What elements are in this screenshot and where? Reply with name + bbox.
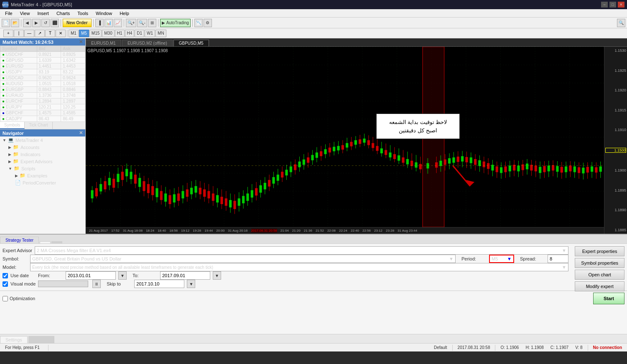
market-watch-row[interactable]: ● EURCHF1.28941.2897 — [0, 99, 85, 104]
period-btn-h4[interactable]: H4 — [125, 30, 135, 37]
tab-symbols[interactable]: Symbols — [0, 122, 25, 129]
market-watch-row[interactable]: ● EURAUD1.37361.3748 — [0, 93, 85, 99]
fit-button[interactable]: ⊞ — [148, 19, 156, 27]
navigator-close[interactable]: ✕ — [79, 130, 83, 136]
menu-item-file[interactable]: File — [2, 10, 16, 17]
new-order-button[interactable]: New Order — [63, 19, 92, 27]
skip-to-calendar-button[interactable]: ▼ — [187, 280, 195, 288]
from-input[interactable] — [66, 271, 116, 280]
menu-item-window[interactable]: Window — [92, 10, 115, 17]
start-button[interactable]: Start — [593, 293, 624, 304]
market-watch-row[interactable]: ● GBPUSD1.63391.6342 — [0, 58, 85, 63]
zoom-out-button[interactable]: 🔍- — [137, 19, 147, 27]
market-watch-row[interactable]: ● USDCHF0.89210.8925 — [0, 52, 85, 58]
period-btn-d1[interactable]: D1 — [135, 30, 144, 37]
nav-item-indicators[interactable]: ▶📁 Indicators — [0, 151, 85, 158]
symbol-properties-button[interactable]: Symbol properties — [575, 258, 624, 268]
indicators-button[interactable]: 📉 — [194, 19, 203, 27]
to-calendar-button[interactable]: ▼ — [213, 271, 221, 280]
window-controls[interactable]: – □ ✕ — [601, 2, 624, 8]
crosshair-tool[interactable]: + — [3, 30, 13, 37]
reload-button[interactable]: ↺ — [41, 19, 50, 27]
model-dropdown[interactable]: Every tick (the most precise method base… — [30, 263, 568, 271]
period-btn-m1[interactable]: M1 — [69, 30, 79, 37]
autotrading-button[interactable]: ▶ AutoTrading — [160, 19, 191, 27]
search-button[interactable]: 🔍 — [617, 19, 625, 27]
forward-button[interactable]: ▶ — [32, 19, 41, 27]
chart-type-bar[interactable]: ▐ — [95, 19, 104, 27]
market-watch-row[interactable]: ● EURGBP0.88430.8846 — [0, 87, 85, 93]
to-input[interactable] — [160, 271, 210, 280]
chart-tab-gbpusd-m5[interactable]: GBPUSD,M5 — [173, 40, 209, 46]
new-button[interactable]: 📄 — [2, 19, 10, 27]
period-btn-m5[interactable]: M5 — [79, 30, 89, 37]
nav-item-expert-advisors[interactable]: ▶📁 Expert Advisors — [0, 158, 85, 165]
back-button[interactable]: ◀ — [23, 19, 31, 27]
zoom-in-button[interactable]: 🔍+ — [126, 19, 137, 27]
period-dropdown[interactable]: M5 ▼ — [489, 255, 514, 263]
tab-journal[interactable] — [51, 241, 62, 243]
period-btn-w1[interactable]: W1 — [145, 30, 155, 37]
tab-settings[interactable] — [40, 241, 51, 243]
arrow-tool[interactable]: ↗ — [35, 30, 45, 37]
market-watch-row[interactable]: ● CADJPY86.4386.49 — [0, 116, 85, 122]
tab-settings-bottom[interactable]: Settings — [0, 336, 28, 343]
nav-item-periodconverter[interactable]: 📄 PeriodConverter — [0, 179, 85, 186]
period-btn-m30[interactable]: M30 — [102, 30, 114, 37]
spread-input[interactable] — [548, 255, 568, 263]
nav-item-metatrader-4[interactable]: ▼💻 MetaTrader 4 — [0, 136, 85, 144]
tab-tick-chart[interactable]: Tick Chart — [25, 122, 52, 129]
period-btn-mn[interactable]: MN — [155, 30, 166, 37]
menu-item-view[interactable]: View — [17, 10, 33, 17]
modify-expert-button[interactable]: Modify expert — [575, 281, 624, 291]
optimization-checkbox[interactable] — [3, 296, 8, 301]
open-button[interactable]: 📂 — [11, 19, 19, 27]
period-btn-h1[interactable]: H1 — [115, 30, 125, 37]
menu-item-help[interactable]: Help — [116, 10, 133, 17]
nav-item-accounts[interactable]: ▶📁 Accounts — [0, 144, 85, 151]
market-watch-row[interactable]: ● AUDUSD1.05151.0518 — [0, 81, 85, 87]
nav-item-examples[interactable]: ▶📁 Examples — [0, 172, 85, 179]
delete-tool[interactable]: ✕ — [56, 30, 66, 37]
text-tool[interactable]: T — [45, 30, 55, 37]
separator-4 — [124, 19, 124, 27]
close-button[interactable]: ✕ — [618, 2, 624, 8]
open-chart-button[interactable]: Open chart — [575, 270, 624, 280]
pause-button[interactable]: ⏸ — [92, 280, 101, 288]
ea-dropdown[interactable]: 2 MA Crosses Mega filter EA V1.ex4 ▼ — [35, 246, 568, 255]
skip-to-input[interactable] — [134, 280, 184, 288]
chart-tab-eurusd-m2--offline-[interactable]: EURUSD,M2 (offline) — [122, 40, 173, 46]
stop-button[interactable]: ⬛ — [51, 19, 59, 27]
market-watch-row[interactable]: ● EURJPY120.21120.25 — [0, 104, 85, 110]
minimize-button[interactable]: – — [601, 2, 608, 8]
menu-item-tools[interactable]: Tools — [74, 10, 92, 17]
expand-icon: ▶ — [8, 145, 11, 149]
market-watch-row[interactable]: ● USDJPY83.1983.22 — [0, 69, 85, 75]
chart-tab-eurusd-m1[interactable]: EURUSD,M1 — [86, 40, 121, 46]
use-date-checkbox[interactable] — [3, 273, 8, 278]
objects-button[interactable]: ⚙ — [204, 19, 212, 27]
symbol-dropdown[interactable]: GBPUSD, Great Britain Pound vs US Dollar… — [30, 255, 456, 263]
ask-cell: 0.8925 — [61, 52, 85, 58]
market-watch-close[interactable]: ✕ — [79, 39, 83, 45]
menu-item-insert[interactable]: Insert — [34, 10, 52, 17]
chart-canvas[interactable]: GBPUSD,M5 1.1907 1.1908 1.1907 1.1908 — [86, 47, 627, 234]
visual-mode-checkbox[interactable] — [3, 281, 8, 287]
menu-item-charts[interactable]: Charts — [53, 10, 73, 17]
line-tool[interactable]: | — [14, 30, 24, 37]
hline-tool[interactable]: — — [24, 30, 34, 37]
market-watch-row[interactable]: ● GBPCHF1.45751.4585 — [0, 110, 85, 116]
period-btn-m15[interactable]: M15 — [89, 30, 102, 37]
maximize-button[interactable]: □ — [609, 2, 616, 8]
expert-properties-button[interactable]: Expert properties — [575, 246, 624, 256]
from-calendar-button[interactable]: ▼ — [118, 271, 127, 280]
svg-rect-37 — [160, 191, 163, 200]
market-watch-row[interactable]: ● EURUSD1.44511.4453 — [0, 63, 85, 69]
svg-rect-141 — [385, 150, 387, 155]
chart-type-candle[interactable]: 📊 — [104, 19, 113, 27]
tab-strategy-tester[interactable]: Strategy Tester — [0, 237, 39, 243]
market-watch-row[interactable]: ● USDCAD0.96200.9624 — [0, 75, 85, 81]
chart-type-line[interactable]: 📈 — [114, 19, 122, 27]
nav-item-scripts[interactable]: ▼📁 Scripts — [0, 165, 85, 172]
tab-journal-bottom[interactable]: Journal — [28, 336, 54, 343]
